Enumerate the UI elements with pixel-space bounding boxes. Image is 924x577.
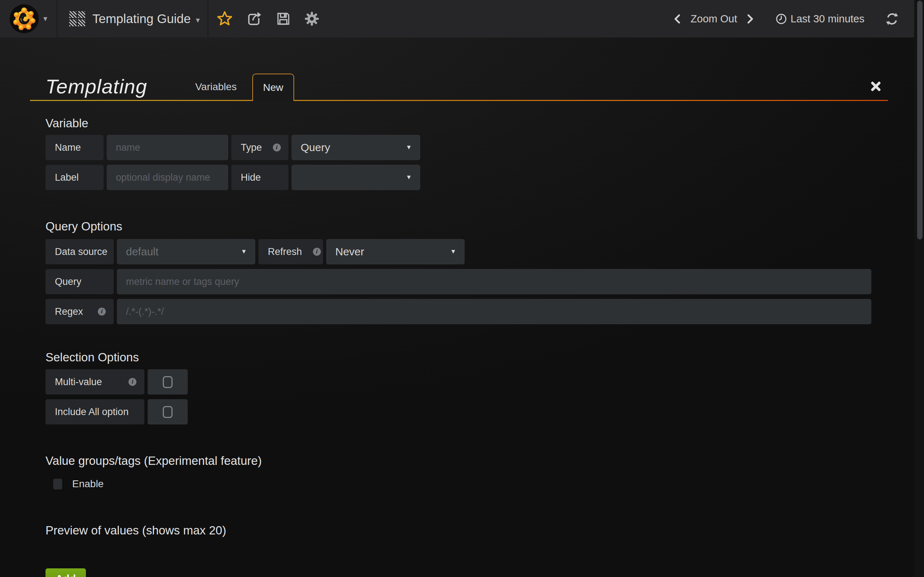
section-query-options: Query Options Data source default ▼ Refr…: [45, 219, 888, 324]
section-heading-query-options: Query Options: [45, 219, 888, 234]
section-value-groups: Value groups/tags (Experimental feature)…: [45, 454, 888, 490]
templating-form: Variable Name Type i Query ▼ Label: [30, 116, 888, 577]
include-all-checkbox[interactable]: [148, 399, 188, 424]
section-variable: Variable Name Type i Query ▼ Label: [45, 116, 888, 190]
chevron-left-icon: [673, 14, 683, 24]
dashboard-settings-button[interactable]: [304, 11, 320, 26]
regex-label: Regex i: [45, 299, 114, 324]
templating-tabs-header: Templating Variables New: [30, 73, 888, 101]
type-select-value: Query: [300, 141, 330, 154]
close-icon: [870, 81, 881, 92]
add-button[interactable]: Add: [45, 568, 86, 577]
query-label: Query: [45, 269, 114, 294]
form-row-multi-value: Multi-value i: [45, 369, 888, 395]
regex-info-icon[interactable]: i: [98, 308, 106, 316]
datasource-select-value: default: [126, 246, 158, 258]
form-row-include-all: Include All option: [45, 399, 888, 424]
top-navbar: ▾ Templating Guide ▾: [0, 0, 924, 37]
refresh-select[interactable]: Never ▼: [326, 239, 465, 264]
form-row-regex: Regex i: [45, 299, 888, 324]
templating-editor: Templating Variables New Variable Name T…: [30, 73, 888, 577]
tab-underline: [30, 100, 888, 101]
dashboard-title: Templating Guide: [92, 11, 191, 26]
form-row-name-type: Name Type i Query ▼: [45, 135, 888, 160]
label-input[interactable]: [107, 165, 228, 190]
multi-value-info-icon[interactable]: i: [129, 378, 136, 386]
scrollbar-thumb[interactable]: [917, 1, 922, 239]
share-icon: [247, 11, 262, 27]
section-heading-value-groups: Value groups/tags (Experimental feature): [45, 454, 888, 468]
include-all-label: Include All option: [45, 399, 144, 424]
datasource-select[interactable]: default ▼: [117, 239, 255, 264]
tab-variables[interactable]: Variables: [181, 74, 252, 101]
scrollbar-track: [914, 0, 924, 577]
name-input[interactable]: [107, 135, 228, 160]
navbar-spacer: [320, 0, 673, 37]
checkbox-icon: [163, 376, 173, 388]
section-heading-preview: Preview of values (shows max 20): [45, 523, 888, 538]
name-label: Name: [45, 135, 103, 160]
query-input[interactable]: [117, 269, 871, 294]
dashboard-actions: [208, 0, 320, 37]
select-caret-icon: ▼: [450, 248, 456, 255]
type-info-icon[interactable]: i: [273, 143, 281, 152]
select-caret-icon: ▼: [241, 248, 247, 255]
refresh-label: Refresh i: [258, 239, 323, 264]
close-editor-button[interactable]: [870, 81, 881, 93]
type-select[interactable]: Query ▼: [292, 135, 420, 160]
clock-icon: [775, 13, 787, 24]
enable-checkbox[interactable]: [53, 479, 63, 490]
multi-value-checkbox[interactable]: [148, 369, 188, 395]
enable-label: Enable: [72, 478, 103, 490]
select-caret-icon: ▼: [406, 174, 412, 181]
checkbox-icon: [163, 406, 173, 418]
section-heading-variable: Variable: [45, 116, 888, 131]
timepicker-controls: Zoom Out Last 30 minutes: [673, 0, 924, 37]
section-heading-selection-options: Selection Options: [45, 350, 888, 364]
regex-input[interactable]: [117, 299, 871, 324]
dashboard-title-caret-icon: ▾: [195, 13, 200, 25]
hide-label: Hide: [231, 165, 288, 190]
page-title: Templating: [45, 75, 159, 98]
datasource-label: Data source: [45, 239, 114, 264]
chevron-right-icon: [745, 14, 755, 24]
time-range-label: Last 30 minutes: [790, 13, 864, 25]
section-preview: Preview of values (shows max 20): [45, 523, 888, 538]
section-selection-options: Selection Options Multi-value i Include …: [45, 350, 888, 424]
hide-select[interactable]: ▼: [292, 165, 420, 190]
tab-new[interactable]: New: [252, 74, 294, 101]
select-caret-icon: ▼: [406, 144, 412, 151]
org-menu-caret-icon: ▾: [43, 14, 47, 23]
time-range-picker[interactable]: Last 30 minutes: [775, 13, 864, 25]
star-icon: [216, 10, 233, 27]
form-row-query: Query: [45, 269, 888, 294]
share-dashboard-button[interactable]: [247, 11, 262, 27]
time-shift-back-button[interactable]: [673, 14, 683, 24]
multi-value-label: Multi-value i: [45, 369, 144, 395]
star-dashboard-button[interactable]: [216, 10, 233, 27]
enable-row: Enable: [53, 477, 888, 490]
type-label: Type i: [231, 135, 288, 160]
dashboard-title-menu[interactable]: Templating Guide ▾: [57, 0, 208, 37]
save-dashboard-button[interactable]: [276, 11, 291, 26]
time-shift-forward-button[interactable]: [745, 14, 755, 24]
refresh-dashboard-button[interactable]: [885, 12, 899, 26]
form-row-label-hide: Label Hide ▼: [45, 165, 888, 190]
refresh-select-value: Never: [335, 246, 364, 258]
save-icon: [276, 11, 291, 26]
dashboard-grid-icon: [69, 11, 85, 26]
refresh-icon: [885, 12, 899, 26]
grafana-app: ▾ Templating Guide ▾: [0, 0, 924, 577]
gear-icon: [304, 11, 320, 26]
zoom-out-button[interactable]: Zoom Out: [690, 13, 737, 25]
label-label: Label: [45, 165, 103, 190]
org-menu-button[interactable]: ▾: [0, 0, 57, 37]
grafana-logo-icon: [10, 4, 39, 34]
refresh-info-icon[interactable]: i: [313, 248, 321, 256]
form-row-datasource-refresh: Data source default ▼ Refresh i Never ▼: [45, 239, 888, 264]
